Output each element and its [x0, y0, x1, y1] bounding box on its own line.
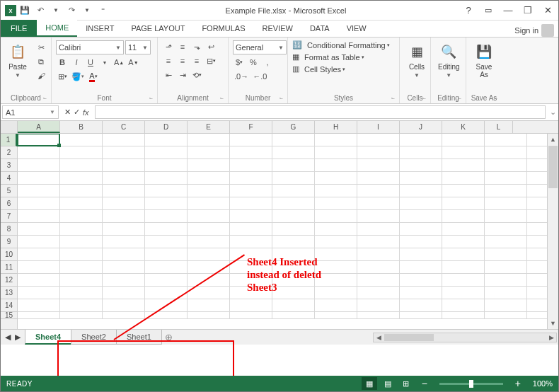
cut-button[interactable]: ✂ [35, 40, 47, 54]
name-box[interactable]: A1▼ [2, 105, 59, 119]
vertical-scrollbar[interactable]: ▲ ▼ [547, 134, 558, 329]
scroll-left-icon[interactable]: ◀ [374, 334, 384, 341]
align-top-button[interactable]: ⬏ [162, 40, 175, 53]
font-name-combo[interactable]: Calibri▼ [56, 40, 124, 54]
tab-prev-icon[interactable]: ◀ [5, 333, 11, 342]
scroll-thumb[interactable] [548, 146, 558, 188]
row-header[interactable]: 5 [1, 185, 17, 197]
column-header[interactable]: K [442, 121, 485, 133]
decrease-decimal-button[interactable]: ←.0 [251, 70, 268, 83]
enter-formula-icon[interactable]: ✓ [74, 108, 80, 117]
row-header[interactable]: 11 [1, 261, 17, 274]
format-as-table-button[interactable]: ▦ Format as Table▾ [292, 52, 390, 62]
scroll-right-icon[interactable]: ▶ [546, 334, 556, 341]
merge-button[interactable]: ⊟▾ [204, 54, 217, 67]
percent-button[interactable]: % [247, 56, 260, 69]
select-all-corner[interactable] [1, 121, 18, 133]
cells-canvas[interactable] [18, 134, 547, 329]
cancel-formula-icon[interactable]: ✕ [64, 108, 71, 117]
expand-formula-bar[interactable]: ⌄ [547, 104, 558, 120]
sheet-tab-sheet2[interactable]: Sheet2 [71, 330, 117, 345]
zoom-level[interactable]: 100% [533, 379, 553, 388]
save-button[interactable]: 💾 [18, 4, 32, 18]
horizontal-scrollbar[interactable]: ◀▶ [373, 333, 557, 342]
increase-font-button[interactable]: A▲ [113, 56, 125, 69]
chevron-down-icon[interactable]: ▼ [98, 56, 111, 69]
row-header[interactable]: 14 [1, 299, 17, 312]
paste-button[interactable]: 📋 Paste ▼ [5, 40, 30, 80]
column-header[interactable]: F [230, 121, 272, 133]
font-color-button[interactable]: A▾ [87, 70, 100, 83]
page-break-view-button[interactable]: ⊞ [398, 377, 414, 390]
row-header[interactable]: 10 [1, 248, 17, 261]
orientation-button[interactable]: ⟲▾ [190, 69, 203, 81]
formula-input[interactable] [95, 105, 546, 119]
bold-button[interactable]: B [56, 56, 69, 69]
decrease-font-button[interactable]: A▼ [127, 56, 139, 69]
new-sheet-button[interactable]: ⊕ [161, 330, 177, 345]
increase-decimal-button[interactable]: .0→ [233, 70, 250, 83]
row-header[interactable]: 2 [1, 146, 17, 159]
qat-customize[interactable]: ⁼ [96, 4, 110, 18]
row-header[interactable]: 9 [1, 236, 17, 248]
number-format-combo[interactable]: General▼ [233, 40, 287, 54]
cell-styles-button[interactable]: ▥ Cell Styles▾ [292, 64, 390, 74]
zoom-slider[interactable] [439, 383, 503, 385]
row-header[interactable]: 3 [1, 159, 17, 172]
align-right-button[interactable]: ≡ [190, 54, 203, 67]
column-header[interactable]: I [357, 121, 400, 133]
save-as-button[interactable]: 💾 Save As [471, 40, 497, 80]
undo-button[interactable]: ↶ [33, 4, 47, 18]
column-header[interactable]: E [188, 121, 230, 133]
column-header[interactable]: A [18, 121, 60, 133]
column-header[interactable]: C [103, 121, 145, 133]
close-button[interactable]: ✕ [540, 3, 555, 18]
currency-button[interactable]: $▾ [233, 56, 246, 69]
tab-insert[interactable]: INSERT [77, 20, 122, 37]
underline-button[interactable]: U [84, 56, 97, 69]
format-painter-button[interactable]: 🖌 [35, 69, 47, 83]
row-header[interactable]: 8 [1, 223, 17, 236]
column-header[interactable]: H [315, 121, 357, 133]
sign-in-link[interactable]: Sign in [514, 24, 558, 37]
row-header[interactable]: 7 [1, 210, 17, 223]
align-center-button[interactable]: ≡ [176, 54, 189, 67]
column-header[interactable]: J [400, 121, 442, 133]
row-header[interactable]: 15 [1, 312, 17, 319]
cells-button[interactable]: ▦ Cells ▼ [404, 40, 430, 80]
ribbon-options-button[interactable]: ▭ [480, 3, 496, 18]
tab-data[interactable]: DATA [301, 20, 338, 37]
borders-button[interactable]: ⊞▾ [56, 70, 69, 83]
column-header[interactable]: D [145, 121, 188, 133]
minimize-button[interactable]: — [500, 3, 516, 18]
chevron-down-icon[interactable]: ▼ [49, 4, 63, 18]
conditional-formatting-button[interactable]: 🔢 Conditional Formatting▾ [292, 40, 390, 50]
row-header[interactable]: 6 [1, 197, 17, 210]
tab-review[interactable]: REVIEW [254, 20, 301, 37]
sheet-tab-sheet4[interactable]: Sheet4 [25, 330, 71, 345]
row-header[interactable]: 4 [1, 172, 17, 185]
editing-button[interactable]: 🔍 Editing ▼ [435, 40, 463, 80]
row-header[interactable]: 12 [1, 274, 17, 287]
zoom-in-button[interactable]: + [510, 377, 526, 390]
fill-color-button[interactable]: 🪣▾ [70, 70, 86, 83]
row-header[interactable]: 13 [1, 287, 17, 299]
row-header[interactable]: 1 [1, 134, 17, 146]
redo-button[interactable]: ↷ [64, 4, 79, 18]
comma-button[interactable]: , [261, 56, 274, 69]
chevron-down-icon[interactable]: ▼ [80, 4, 94, 18]
scroll-thumb[interactable] [384, 334, 434, 341]
align-left-button[interactable]: ≡ [162, 54, 175, 67]
scroll-down-icon[interactable]: ▼ [548, 318, 558, 329]
scroll-up-icon[interactable]: ▲ [548, 134, 558, 145]
align-middle-button[interactable]: ≡ [176, 40, 189, 53]
tab-next-icon[interactable]: ▶ [15, 333, 21, 342]
tab-nav[interactable]: ◀▶ [1, 330, 25, 345]
align-bottom-button[interactable]: ⬎ [190, 40, 203, 53]
decrease-indent-button[interactable]: ⇤ [162, 69, 175, 81]
wrap-text-button[interactable]: ↩ [204, 40, 217, 53]
column-header[interactable]: B [60, 121, 103, 133]
increase-indent-button[interactable]: ⇥ [176, 69, 189, 81]
help-button[interactable]: ? [461, 3, 476, 18]
tab-home[interactable]: HOME [37, 20, 77, 37]
